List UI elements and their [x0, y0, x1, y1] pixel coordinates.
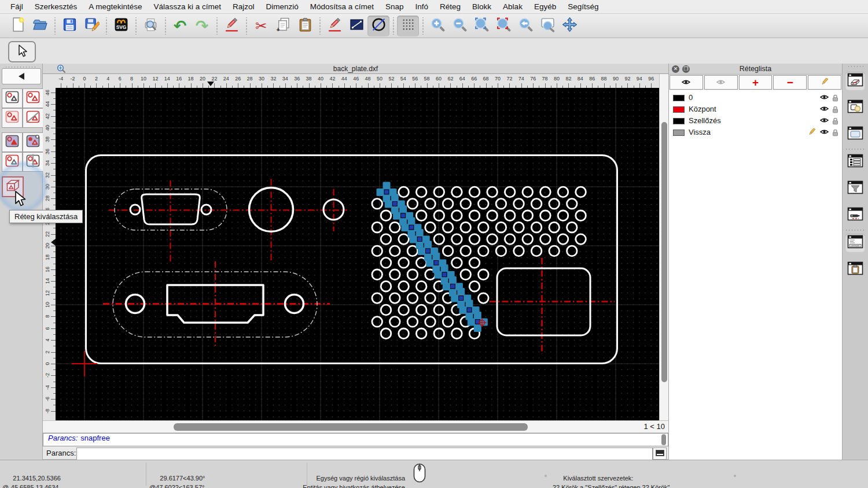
deselect-window-button[interactable]	[23, 132, 43, 152]
visibility-eye-icon	[682, 77, 690, 88]
menu-rajzol[interactable]: Rajzol	[227, 2, 260, 11]
select-window-button[interactable]	[2, 132, 23, 152]
zoom-out-button[interactable]	[448, 16, 470, 36]
invert-selection-button[interactable]	[2, 108, 23, 128]
library-browser-dock-button[interactable]	[845, 125, 865, 143]
document-title-bar[interactable]: back_plate.dxf	[43, 64, 668, 74]
filter-dock-button[interactable]	[845, 179, 865, 198]
zoom-in-button[interactable]	[426, 16, 448, 36]
grid-icon	[400, 17, 416, 35]
layer-visibility-eye-icon[interactable]	[820, 105, 829, 114]
zoom-window-button[interactable]	[536, 16, 558, 36]
layer-list-dock-button[interactable]	[845, 72, 865, 90]
cut-button[interactable]: ✂	[250, 16, 272, 36]
layer-row-0[interactable]: 0	[669, 92, 842, 103]
menu-segotsag[interactable]: Segítség	[562, 2, 604, 11]
menu-snap[interactable]: Snap	[380, 2, 410, 11]
deselect-all-icon	[25, 109, 41, 127]
deselect-all-button[interactable]	[23, 108, 43, 128]
zoom-selection-button[interactable]	[492, 16, 514, 36]
save-button[interactable]	[58, 16, 80, 36]
select-all-button[interactable]	[23, 88, 43, 108]
zoom-previous-button[interactable]	[514, 16, 536, 36]
h-ruler-label: 76	[530, 76, 536, 82]
block-list-dock-button[interactable]	[845, 98, 865, 117]
save-as-button[interactable]	[80, 16, 102, 36]
h-ruler-label: 48	[365, 76, 371, 82]
layer-row-szellozas[interactable]: Szellőzés	[669, 115, 842, 127]
ortho-rect-button[interactable]	[345, 16, 367, 36]
entity-filter-list-dock-button[interactable]	[845, 153, 865, 171]
menu-dimenzio[interactable]: Dimenzió	[260, 2, 304, 11]
v-ruler-label: 42	[45, 112, 50, 120]
v-ruler-label: 10	[45, 301, 50, 309]
command-history: Parancs:snapfree	[43, 433, 668, 446]
layer-color-swatch	[673, 95, 685, 101]
layer-row-vissza[interactable]: Vissza	[669, 127, 842, 138]
v-ruler-label: -8	[45, 407, 50, 415]
clipboard-panel-dock-button[interactable]	[845, 260, 865, 279]
select-intersected-button[interactable]	[23, 152, 43, 172]
h-ruler-label: 56	[412, 76, 418, 82]
menu-valassza-ki-a-comet[interactable]: Válassza ki a címet	[148, 2, 227, 11]
edit-layer-button[interactable]	[808, 75, 841, 90]
back-button[interactable]	[2, 68, 41, 84]
layer-row-kozpont[interactable]: Központ	[669, 103, 842, 115]
menu-ablak[interactable]: Ablak	[497, 2, 528, 11]
visibility-eye-button[interactable]	[670, 75, 703, 90]
menu-fajl[interactable]: Fájl	[5, 2, 29, 11]
menu-a-megtekintase[interactable]: A megtekintése	[83, 2, 148, 11]
pen-palette-dock-button[interactable]	[845, 206, 865, 224]
add-layer-button[interactable]: +	[739, 75, 773, 90]
delete-eraser-button[interactable]	[220, 16, 242, 36]
zoom-auto-button[interactable]	[470, 16, 492, 36]
zoom-out-icon	[452, 17, 468, 35]
mouse-hint: Egység vagy régió kiválasztásaEntitás va…	[266, 464, 405, 488]
copy-button[interactable]: +	[272, 16, 294, 36]
layer-lock-icon[interactable]	[832, 129, 838, 138]
h-ruler-label: 54	[400, 76, 406, 82]
command-history-scrollbar[interactable]	[661, 434, 666, 445]
zoom-pan-button[interactable]	[558, 16, 580, 36]
layer-lock-icon[interactable]	[832, 94, 838, 103]
menu-info[interactable]: Infó	[410, 2, 435, 11]
undo-button[interactable]: ↶	[169, 16, 191, 36]
draft-circle-button[interactable]	[367, 16, 389, 36]
svg-export-button[interactable]: SVG	[110, 16, 132, 36]
horizontal-scrollbar[interactable]: 1 < 10	[43, 420, 668, 433]
vertical-scrollbar-thumb[interactable]	[661, 122, 667, 382]
remove-layer-button[interactable]: −	[773, 75, 807, 90]
select-tool-button[interactable]	[8, 41, 36, 62]
draw-pencil-button[interactable]	[323, 16, 345, 36]
new-file-button[interactable]	[7, 16, 29, 36]
keyboard-toggle-button[interactable]	[653, 448, 667, 460]
v-ruler-label: 4	[45, 336, 50, 344]
layer-visibility-eye-icon[interactable]	[820, 94, 829, 102]
visibility-eye-gray-button[interactable]	[704, 75, 738, 90]
dock-handle[interactable]	[847, 65, 863, 68]
draft-circle-icon	[371, 17, 387, 35]
layer-visibility-eye-icon[interactable]	[820, 117, 829, 125]
command-input[interactable]	[76, 448, 653, 460]
print-preview-button[interactable]	[139, 16, 161, 36]
menu-rateg[interactable]: Réteg	[434, 2, 466, 11]
horizontal-scrollbar-thumb[interactable]	[174, 423, 528, 431]
redo-button[interactable]: ↷	[191, 16, 213, 36]
layer-lock-icon[interactable]	[832, 106, 838, 115]
drawing-canvas[interactable]	[56, 88, 659, 420]
select-entity-button[interactable]	[2, 88, 23, 108]
select-contour-button[interactable]	[2, 152, 23, 172]
menu-egyab[interactable]: Egyéb	[528, 2, 562, 11]
paste-button[interactable]	[294, 16, 316, 36]
grid-button[interactable]	[397, 16, 419, 36]
command-widget-dock-button[interactable]: command	[845, 234, 865, 252]
layer-visibility-eye-icon[interactable]	[820, 128, 829, 137]
menu-szerkesztas[interactable]: Szerkesztés	[29, 2, 83, 11]
cut-icon: ✂	[255, 19, 267, 33]
layer-lock-icon[interactable]	[832, 117, 838, 127]
open-folder-button[interactable]	[29, 16, 51, 36]
menu-blokk[interactable]: Blokk	[466, 2, 497, 11]
ortho-rect-icon	[349, 17, 365, 35]
vertical-scrollbar[interactable]	[659, 74, 668, 420]
menu-modosotsa-a-comet[interactable]: Módosítsa a címet	[304, 2, 380, 11]
